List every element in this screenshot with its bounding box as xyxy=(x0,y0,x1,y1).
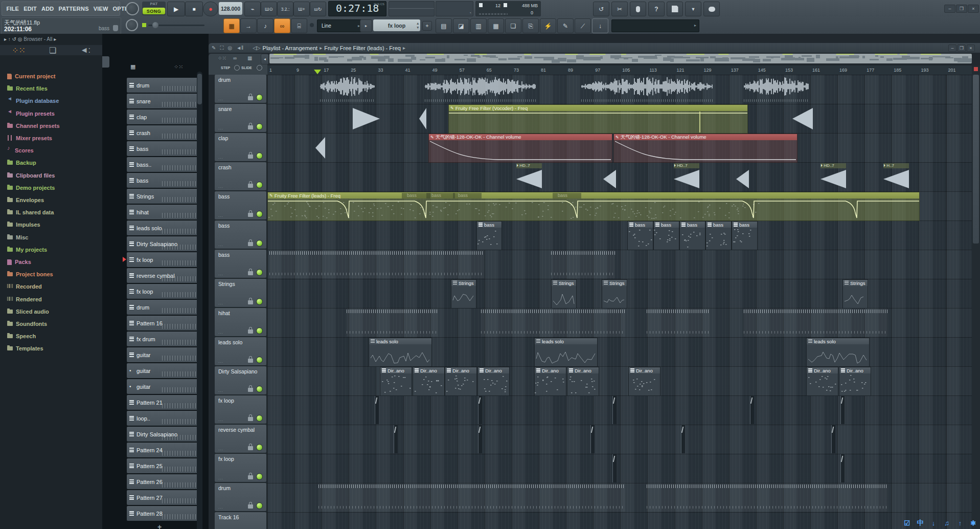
automation-clip[interactable]: ✎Fruity Free Filter (leads) - Freqbassba… xyxy=(267,192,920,221)
download-button[interactable]: ↓ xyxy=(592,18,608,33)
track-header-14[interactable]: fx loop... xyxy=(215,454,266,482)
tick-pattern-clip[interactable] xyxy=(269,250,484,278)
pattern-clip-header[interactable]: Strings xyxy=(602,280,627,286)
browser-item-backup[interactable]: Backup xyxy=(7,160,36,166)
track-mute-led[interactable] xyxy=(256,152,263,159)
auto-scroll-button[interactable]: → xyxy=(240,18,257,33)
playhead-marker[interactable] xyxy=(314,70,321,74)
picker-item-7[interactable]: Strings xyxy=(127,189,199,204)
pattern-clip[interactable]: Strings xyxy=(551,279,577,308)
pattern-clip-header[interactable]: bass xyxy=(706,222,731,228)
pattern-clip-header[interactable]: bass xyxy=(680,222,705,228)
picker-scrollbar[interactable]: ▾ xyxy=(197,72,202,529)
track-header-1[interactable]: drum... xyxy=(215,75,266,103)
track-mute-led[interactable] xyxy=(256,444,263,451)
pattern-clip[interactable]: Dir..ano xyxy=(806,367,838,396)
help-button[interactable]: ? xyxy=(648,2,665,16)
picker-item-27[interactable]: Pattern 28 xyxy=(127,506,199,521)
picker-item-4[interactable]: bass xyxy=(127,141,199,156)
pattern-clip-header[interactable]: Dir..ano xyxy=(567,367,599,373)
playlist-maximize-button[interactable]: ❐ xyxy=(958,45,966,52)
record-button[interactable]: ● xyxy=(203,2,218,16)
track-header-15[interactable]: drum... xyxy=(215,483,266,511)
browser-search-icon[interactable]: ◎ xyxy=(18,36,24,42)
track-lock-icon[interactable] xyxy=(248,96,253,100)
track-header-13[interactable]: reverse cymbal... xyxy=(215,425,266,453)
picker-item-24[interactable]: Pattern 25 xyxy=(127,458,199,473)
ime-icon-1[interactable]: 中 xyxy=(914,518,926,528)
link-target-combo[interactable]: fx loop ▴▾ xyxy=(373,19,420,31)
piano-roll-panel-button[interactable]: ▥ xyxy=(470,18,487,33)
track-lock-icon[interactable] xyxy=(248,242,253,246)
feedback-button[interactable] xyxy=(703,2,720,16)
playlist-preview-icon[interactable]: ◄‖ xyxy=(236,45,243,51)
fx-hit-clip[interactable] xyxy=(840,396,845,424)
picker-item-9[interactable]: leads solo xyxy=(127,221,199,235)
fx-hit-clip[interactable] xyxy=(590,425,595,453)
menu-view[interactable]: VIEW xyxy=(91,6,110,12)
app-close-button[interactable]: × xyxy=(968,5,979,13)
track-mute-led[interactable] xyxy=(256,211,263,217)
picker-item-26[interactable]: Pattern 27 xyxy=(127,490,199,505)
track-header-6[interactable]: bass... xyxy=(215,221,266,249)
menu-add[interactable]: ADD xyxy=(39,6,56,12)
browser-item-channel-presets[interactable]: Channel presets xyxy=(7,123,60,129)
pattern-clip-header[interactable]: leads solo xyxy=(369,338,431,344)
picker-add-button[interactable]: + xyxy=(157,523,162,529)
playlist-minimize-button[interactable]: – xyxy=(948,45,956,52)
audio-sample-clip[interactable] xyxy=(736,163,749,190)
minimap-left-button[interactable]: ◂ xyxy=(261,54,269,64)
pattern-clip-header[interactable]: leads solo xyxy=(807,338,869,344)
pattern-clip[interactable]: Dir..ano xyxy=(534,367,566,396)
combo-spinner-icon[interactable]: ▴▾ xyxy=(417,21,419,30)
pattern-clip-header[interactable]: Dir..ano xyxy=(445,367,476,373)
browser-collapse-icon[interactable]: ▸ xyxy=(4,36,8,42)
menu-edit[interactable]: EDIT xyxy=(21,6,39,12)
cleanup-brush-button[interactable]: ⟋ xyxy=(575,18,591,33)
track-header-11[interactable]: Dirty Salsapiano... xyxy=(215,366,266,394)
step-sequencer-panel-button[interactable]: ◪ xyxy=(453,18,469,33)
browser-item-templates[interactable]: Templates xyxy=(7,345,43,351)
menu-file[interactable]: FILE xyxy=(4,6,21,12)
pattern-clip-header[interactable]: bass xyxy=(732,222,757,228)
pattern-clip-header[interactable]: Dir..ano xyxy=(807,367,838,373)
pattern-clip-header[interactable]: Dir..ano xyxy=(629,367,660,373)
track-mute-led[interactable] xyxy=(256,502,263,509)
track-lock-icon[interactable] xyxy=(248,184,253,188)
app-maximize-button[interactable]: ❐ xyxy=(956,5,967,13)
project-picker-button[interactable]: ⎘ xyxy=(522,18,539,33)
picker-item-20[interactable]: Pattern 21 xyxy=(127,395,199,410)
pat-label[interactable]: PAT xyxy=(142,2,166,8)
pattern-clip-header[interactable]: Strings xyxy=(843,280,868,286)
countdown-button[interactable]: ⌸ xyxy=(291,18,307,33)
audio-clip[interactable] xyxy=(744,76,809,103)
audio-sample-clip[interactable]: ⏵ H..7 xyxy=(883,163,909,190)
ime-icon-5[interactable]: ✱ xyxy=(967,518,979,528)
picker-item-0[interactable]: drum xyxy=(127,78,199,93)
audio-clip[interactable] xyxy=(320,76,375,103)
picker-item-15[interactable]: Pattern 16 xyxy=(127,316,199,330)
track-mute-led[interactable] xyxy=(256,415,263,422)
track-mute-led[interactable] xyxy=(256,386,263,392)
picker-item-23[interactable]: Pattern 24 xyxy=(127,443,199,457)
tick-pattern-clip[interactable] xyxy=(347,308,438,337)
fx-hit-clip[interactable] xyxy=(394,425,398,453)
browser-item-soundfonts[interactable]: Soundfonts xyxy=(7,321,47,327)
browser-item-plugin-database[interactable]: Plugin database xyxy=(7,98,59,104)
ime-icon-4[interactable]: ↑ xyxy=(954,518,966,528)
pattern-clip[interactable]: Strings xyxy=(842,279,868,308)
picker-item-25[interactable]: Pattern 26 xyxy=(127,474,199,489)
step-toggle[interactable] xyxy=(234,65,240,71)
fx-hit-clip[interactable] xyxy=(478,396,482,424)
picker-item-21[interactable]: loop.. xyxy=(127,411,199,426)
track-header-2[interactable]: snare... xyxy=(215,104,266,132)
snap-selector[interactable]: Line ▸ xyxy=(317,19,363,32)
fx-hit-clip[interactable] xyxy=(612,396,617,424)
picker-item-10[interactable]: Dirty Salsapiano xyxy=(127,236,199,251)
pattern-clip-header[interactable]: bass xyxy=(477,222,502,228)
browser-item-sliced-audio[interactable]: Sliced audio xyxy=(7,308,49,315)
track-lock-icon[interactable] xyxy=(248,388,253,392)
pattern-clip[interactable]: bass xyxy=(627,221,653,250)
browser-wave-icon[interactable]: ⁘⁙ xyxy=(12,46,26,55)
picker-item-16[interactable]: fx drum xyxy=(127,332,199,346)
